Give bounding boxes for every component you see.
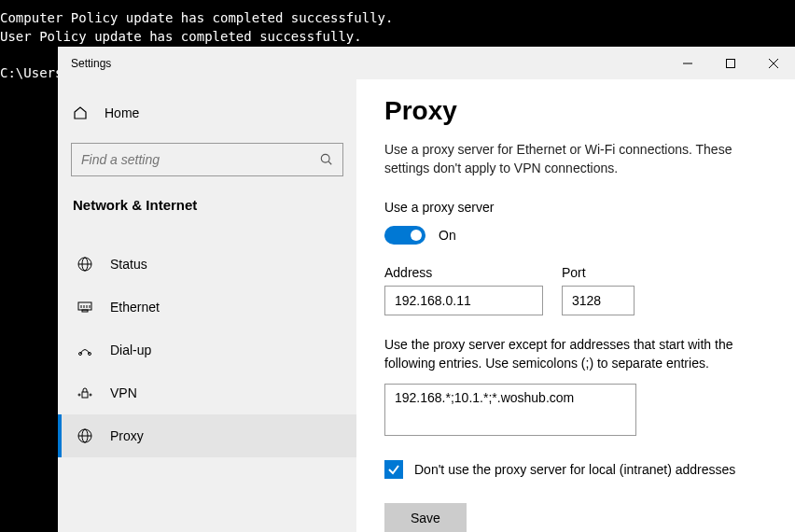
maximize-button[interactable] [709,47,752,79]
home-icon [73,105,88,120]
window-controls [666,47,795,79]
section-header: Network & Internet [58,197,356,226]
sidebar-item-status[interactable]: Status [58,243,356,286]
use-proxy-toggle[interactable] [384,226,425,245]
home-button[interactable]: Home [58,98,356,128]
terminal-line: User Policy update has completed success… [0,28,795,47]
toggle-state-label: On [439,228,456,243]
sidebar: Home Network & Internet Status [58,79,356,532]
titlebar: Settings [58,47,795,79]
vpn-icon [77,385,93,401]
svg-point-19 [90,394,91,396]
nav: Status Ethernet Dial-up [58,243,356,457]
page-title: Proxy [384,96,767,126]
close-button[interactable] [752,47,795,79]
sidebar-item-dialup[interactable]: Dial-up [58,329,356,371]
page-description: Use a proxy server for Ethernet or Wi-Fi… [384,141,767,177]
svg-point-18 [78,394,80,396]
search-box[interactable] [71,143,343,176]
svg-rect-10 [82,310,88,312]
proxy-icon [77,427,93,444]
sidebar-item-label: Status [110,257,147,272]
sidebar-item-label: Dial-up [110,343,151,357]
port-label: Port [562,265,635,280]
svg-point-4 [321,154,329,162]
home-label: Home [105,105,139,120]
save-button[interactable]: Save [384,503,467,532]
sidebar-item-label: VPN [110,385,137,400]
terminal-line: Computer Policy update has completed suc… [0,9,795,28]
svg-rect-1 [727,59,735,67]
bypass-local-checkbox[interactable] [384,460,403,479]
sidebar-item-label: Proxy [110,428,144,443]
svg-rect-17 [82,392,88,398]
search-icon [320,153,333,166]
port-input[interactable] [562,286,635,315]
sidebar-item-proxy[interactable]: Proxy [58,414,356,457]
sidebar-item-ethernet[interactable]: Ethernet [58,286,356,329]
use-proxy-label: Use a proxy server [384,200,767,215]
sidebar-item-label: Ethernet [110,300,160,315]
content-pane: Proxy Use a proxy server for Ethernet or… [356,79,795,532]
globe-icon [77,256,93,273]
exceptions-input[interactable] [384,384,636,436]
minimize-button[interactable] [666,47,709,79]
settings-window: Settings Home [58,47,795,532]
exceptions-label: Use the proxy server except for addresse… [384,336,767,372]
bypass-local-label: Don't use the proxy server for local (in… [414,462,735,477]
window-title: Settings [71,57,111,70]
dialup-icon [77,342,93,358]
sidebar-item-vpn[interactable]: VPN [58,371,356,414]
address-label: Address [384,265,543,280]
search-input[interactable] [81,152,320,167]
address-input[interactable] [384,286,543,315]
ethernet-icon [77,299,93,315]
svg-line-5 [328,161,331,164]
